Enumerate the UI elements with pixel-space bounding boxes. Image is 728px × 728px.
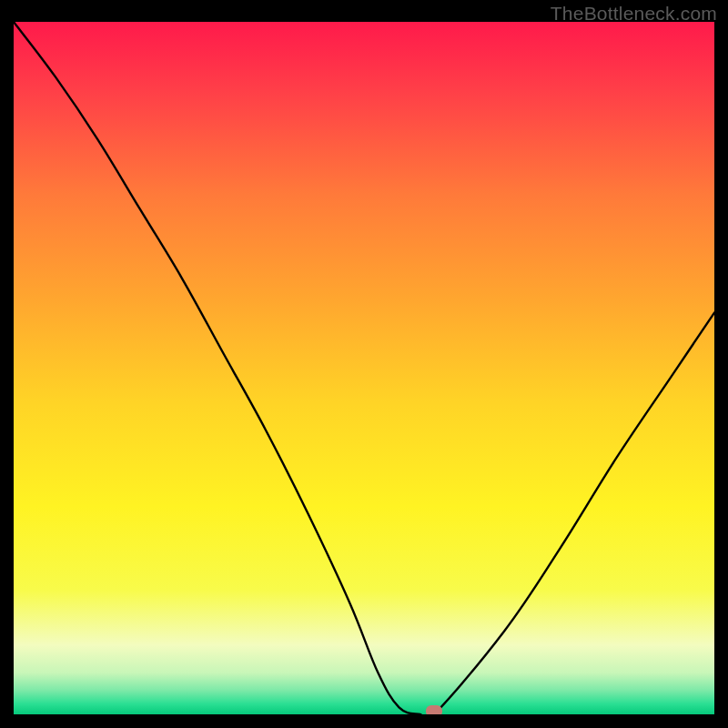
watermark-text: TheBottleneck.com [551, 3, 717, 25]
chart-frame: TheBottleneck.com [0, 0, 728, 728]
gradient-background [14, 22, 714, 714]
plot-area [14, 22, 714, 714]
optimal-marker [426, 705, 442, 714]
plot-svg [14, 22, 714, 714]
